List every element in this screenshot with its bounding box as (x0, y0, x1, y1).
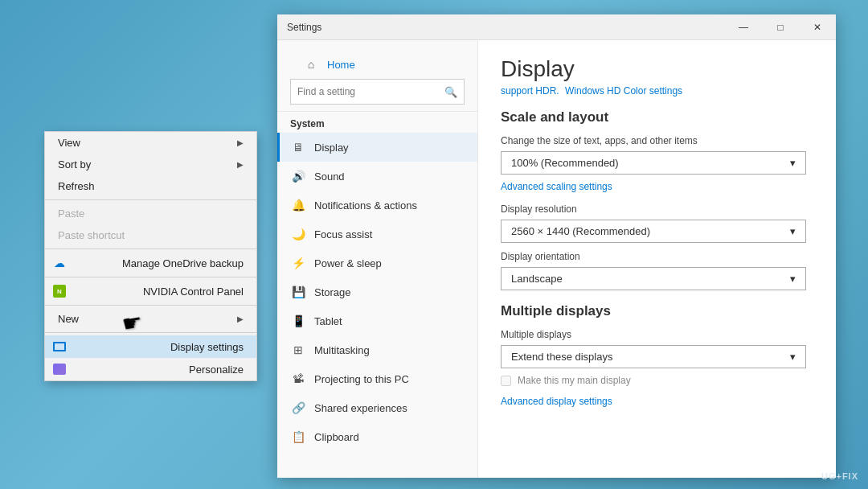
resolution-dropdown-arrow: ▾ (790, 225, 796, 237)
separator-sep2 (45, 249, 256, 249)
nav-icon-power-sleep: ⚡ (290, 255, 306, 271)
system-label: System (277, 112, 477, 133)
hdr-link[interactable]: support HDR. Windows HD Color settings (501, 85, 813, 97)
resolution-dropdown[interactable]: 2560 × 1440 (Recommended) ▾ (501, 220, 806, 243)
multiple-displays-title: Multiple displays (501, 303, 813, 319)
sidebar-item-tablet[interactable]: 📱 Tablet (277, 306, 477, 335)
search-icon: 🔍 (444, 86, 457, 98)
orientation-dropdown[interactable]: Landscape ▾ (501, 267, 806, 290)
context-menu: View▶Sort by▶RefreshPastePaste shortcut☁… (44, 131, 257, 381)
nav-label-projecting: Projecting to this PC (314, 373, 409, 385)
context-menu-item-refresh[interactable]: Refresh (45, 175, 256, 197)
sidebar-item-sound[interactable]: 🔊 Sound (277, 162, 477, 191)
nav-label-focus-assist: Focus assist (314, 228, 372, 240)
separator-sep1 (45, 199, 256, 200)
scale-section-title: Scale and layout (501, 109, 813, 125)
sidebar-item-projecting[interactable]: 📽 Projecting to this PC (277, 364, 477, 393)
sidebar-item-shared-exp[interactable]: 🔗 Shared experiences (277, 393, 477, 422)
minimize-button[interactable]: — (725, 14, 762, 40)
resolution-label: Display resolution (501, 203, 813, 215)
nav-label-shared-exp: Shared experiences (314, 402, 407, 414)
nav-icon-projecting: 📽 (290, 371, 306, 387)
onedrive-icon: ☁ (51, 257, 68, 269)
window-titlebar: Settings — □ ✕ (277, 14, 836, 40)
nav-icon-notifications: 🔔 (290, 197, 306, 213)
nav-icon-storage: 💾 (290, 284, 306, 300)
context-menu-item-onedrive[interactable]: ☁Manage OneDrive backup (45, 252, 256, 274)
nav-label-clipboard: Clipboard (314, 431, 359, 443)
sidebar-item-focus-assist[interactable]: 🌙 Focus assist (277, 220, 477, 249)
nav-icon-sound: 🔊 (290, 168, 306, 184)
main-display-label: Make this my main display (518, 375, 631, 386)
nav-label-storage: Storage (314, 286, 351, 298)
nav-icon-tablet: 📱 (290, 313, 306, 329)
maximize-button[interactable]: □ (762, 14, 799, 40)
home-nav-item[interactable]: ⌂ Home (290, 50, 465, 79)
advanced-display-link[interactable]: Advanced display settings (501, 396, 813, 407)
scale-dropdown[interactable]: 100% (Recommended) ▾ (501, 151, 806, 175)
orientation-value: Landscape (511, 273, 563, 285)
desktop: Settings — □ ✕ ⌂ Home 🔍 (0, 0, 868, 489)
submenu-arrow: ▶ (237, 314, 244, 323)
context-menu-item-personalize[interactable]: Personalize (45, 358, 256, 380)
multiple-displays-dropdown[interactable]: Extend these displays ▾ (501, 345, 806, 368)
menu-item-label: New (58, 313, 79, 325)
nav-icon-display: 🖥 (290, 139, 306, 155)
sidebar-item-power-sleep[interactable]: ⚡ Power & sleep (277, 249, 477, 277)
nav-icon-focus-assist: 🌙 (290, 226, 306, 242)
sidebar-item-display[interactable]: 🖥 Display (277, 133, 477, 162)
window-title: Settings (287, 22, 321, 33)
sidebar-header: ⌂ Home 🔍 (277, 40, 477, 112)
hdr-color-link[interactable]: Windows HD Color settings (565, 85, 682, 97)
menu-item-label: Display settings (170, 341, 244, 353)
menu-item-label: View (58, 137, 80, 149)
separator-sep5 (45, 332, 256, 333)
sidebar-item-notifications[interactable]: 🔔 Notifications & actions (277, 191, 477, 220)
submenu-arrow: ▶ (237, 138, 244, 147)
search-box[interactable]: 🔍 (290, 79, 465, 105)
context-menu-item-sort-by[interactable]: Sort by▶ (45, 154, 256, 175)
context-menu-item-paste: Paste (45, 203, 256, 224)
menu-item-label: Paste shortcut (58, 229, 125, 241)
context-menu-item-paste-shortcut: Paste shortcut (45, 224, 256, 246)
orientation-label: Display orientation (501, 251, 813, 262)
context-menu-item-view[interactable]: View▶ (45, 132, 256, 154)
sidebar-item-clipboard[interactable]: 📋 Clipboard (277, 422, 477, 451)
scale-value: 100% (Recommended) (511, 157, 619, 169)
multiple-displays-value: Extend these displays (511, 351, 612, 363)
menu-item-label: Personalize (189, 364, 244, 376)
main-display-checkbox[interactable] (501, 376, 511, 386)
close-button[interactable]: ✕ (799, 14, 836, 40)
context-menu-item-display-settings[interactable]: Display settings (45, 335, 256, 358)
search-input[interactable] (297, 86, 444, 97)
context-menu-item-nvidia[interactable]: NNVIDIA Control Panel (45, 280, 256, 302)
multiple-displays-arrow: ▾ (790, 351, 796, 363)
nav-label-notifications: Notifications & actions (314, 199, 417, 212)
page-title: Display (501, 56, 813, 82)
nvidia-icon: N (51, 285, 68, 298)
display-settings-icon (51, 340, 68, 353)
separator-sep4 (45, 305, 256, 306)
nav-label-tablet: Tablet (314, 315, 342, 327)
orientation-dropdown-arrow: ▾ (790, 273, 796, 285)
settings-window: Settings — □ ✕ ⌂ Home 🔍 (277, 14, 836, 478)
sidebar-item-multitasking[interactable]: ⊞ Multitasking (277, 335, 477, 364)
menu-item-label: Manage OneDrive backup (122, 257, 244, 269)
main-display-row: Make this my main display (501, 375, 813, 386)
nav-icon-shared-exp: 🔗 (290, 400, 306, 416)
context-menu-item-new[interactable]: New▶ (45, 308, 256, 330)
hdr-text: support HDR. (501, 85, 559, 97)
watermark: UG+FIX (821, 471, 858, 481)
window-body: ⌂ Home 🔍 System 🖥 Display 🔊 Sound 🔔 Noti… (277, 40, 836, 478)
nav-label-multitasking: Multitasking (314, 344, 370, 356)
nav-icon-multitasking: ⊞ (290, 342, 306, 358)
sidebar-item-storage[interactable]: 💾 Storage (277, 277, 477, 306)
window-controls: — □ ✕ (725, 14, 836, 40)
nav-label-display: Display (314, 142, 349, 154)
advanced-scaling-link[interactable]: Advanced scaling settings (501, 181, 813, 192)
menu-item-label: NVIDIA Control Panel (143, 286, 244, 298)
home-icon: ⌂ (303, 56, 319, 72)
nav-label-sound: Sound (314, 171, 345, 183)
home-label: Home (327, 59, 355, 71)
scale-dropdown-arrow: ▾ (790, 157, 796, 169)
